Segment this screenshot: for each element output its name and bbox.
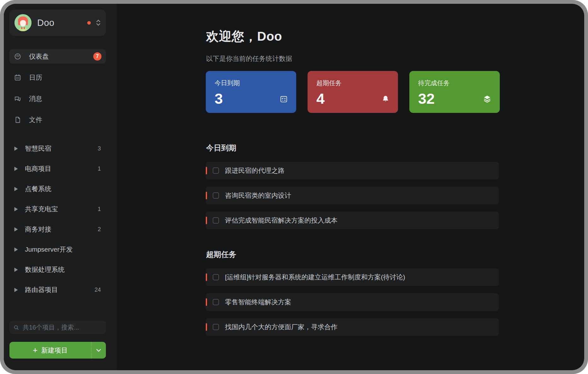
bell-icon	[381, 95, 390, 103]
message-icon	[14, 95, 21, 102]
user-avatar	[14, 14, 32, 31]
priority-bar	[206, 298, 207, 306]
caret-right-icon[interactable]	[14, 207, 18, 212]
stat-card-value: 3	[215, 91, 287, 106]
task-title: 咨询民宿类的室内设计	[225, 191, 291, 200]
dashboard-icon	[14, 53, 21, 60]
checklist-icon	[280, 95, 288, 103]
chevron-down-icon	[96, 349, 101, 352]
sidebar-item-label: 文件	[29, 115, 42, 124]
task-row[interactable]: 零售智能终端解决方案	[206, 293, 499, 311]
project-item[interactable]: 电商项目 1	[9, 159, 107, 179]
layers-icon	[483, 95, 492, 103]
priority-bar	[206, 167, 207, 174]
girl-avatar-icon	[14, 14, 32, 31]
stat-card-value: 32	[418, 91, 491, 106]
task-title: 跟进民宿的代理之路	[225, 166, 285, 175]
caret-right-icon[interactable]	[14, 247, 18, 252]
project-item[interactable]: 路由器项目 24	[9, 280, 107, 300]
task-title: 找国内几个大的方便面厂家，寻求合作	[225, 323, 337, 331]
stat-card-pending[interactable]: 待完成任务 32	[409, 71, 500, 113]
task-checkbox[interactable]	[213, 274, 219, 280]
new-project-label: 新建项目	[41, 346, 68, 355]
project-list: 智慧民宿 3 电商项目 1 点餐系统 共享充电宝 1	[9, 138, 107, 300]
online-dot-icon	[87, 21, 91, 25]
task-checkbox[interactable]	[213, 299, 219, 305]
section-title-due-today: 今日到期	[206, 143, 236, 153]
task-row[interactable]: 评估完成智能民宿解决方案的投入成本	[206, 212, 499, 229]
sidebar-item-label: 消息	[29, 94, 42, 103]
stat-card-label: 今日到期	[215, 79, 287, 87]
new-project-main[interactable]: + 新建项目	[9, 342, 91, 359]
sidebar: Doo 仪表盘	[4, 4, 117, 370]
stat-card-due-today[interactable]: 今日到期 3	[206, 71, 296, 113]
task-title: 评估完成智能民宿解决方案的投入成本	[225, 216, 337, 225]
priority-bar	[206, 217, 207, 224]
project-search	[9, 321, 106, 334]
page-title: 欢迎您，Doo	[206, 28, 282, 45]
project-count: 2	[98, 226, 103, 233]
stat-card-label: 待完成任务	[418, 79, 491, 87]
task-row[interactable]: 跟进民宿的代理之路	[206, 162, 499, 179]
project-item[interactable]: 智慧民宿 3	[9, 138, 107, 159]
project-count: 1	[98, 206, 103, 213]
stat-card-label: 超期任务	[316, 79, 389, 87]
project-count: 1	[98, 166, 103, 172]
task-row[interactable]: [运维组]针对服务器和系统的建立运维工作制度和方案(待讨论)	[206, 268, 499, 286]
sidebar-item-files[interactable]: 文件	[9, 113, 106, 127]
search-icon	[14, 324, 19, 330]
task-row[interactable]: 咨询民宿类的室内设计	[206, 187, 499, 204]
caret-right-icon[interactable]	[14, 267, 18, 272]
task-checkbox[interactable]	[213, 192, 219, 199]
priority-bar	[206, 273, 207, 281]
page-subtitle: 以下是你当前的任务统计数据	[206, 54, 292, 63]
priority-bar	[206, 192, 207, 199]
task-checkbox[interactable]	[213, 167, 219, 174]
stat-card-overdue[interactable]: 超期任务 4	[308, 71, 398, 113]
sidebar-item-messages[interactable]: 消息	[9, 91, 106, 106]
caret-right-icon[interactable]	[14, 187, 18, 191]
sidebar-item-label: 日历	[29, 73, 42, 82]
sidebar-item-calendar[interactable]: 日历	[9, 70, 106, 85]
device-frame: Doo 仪表盘	[0, 0, 588, 374]
user-name: Doo	[37, 18, 87, 28]
task-title: [运维组]针对服务器和系统的建立运维工作制度和方案(待讨论)	[225, 273, 405, 282]
plus-icon: +	[33, 346, 37, 354]
calendar-icon	[14, 74, 21, 81]
main-content: 欢迎您，Doo 以下是你当前的任务统计数据 今日到期 3	[117, 4, 584, 370]
project-item[interactable]: 商务对接 2	[9, 219, 107, 239]
project-count: 24	[95, 287, 103, 293]
stat-cards: 今日到期 3 超期任务 4	[206, 71, 500, 113]
search-input[interactable]	[22, 324, 102, 331]
project-item[interactable]: 数据处理系统	[9, 260, 107, 280]
task-checkbox[interactable]	[213, 324, 219, 330]
stat-card-value: 4	[316, 91, 389, 106]
sidebar-item-dashboard[interactable]: 仪表盘 7	[9, 49, 106, 64]
dashboard-badge: 7	[93, 52, 101, 61]
sidebar-item-label: 仪表盘	[29, 52, 49, 61]
task-list-due-today: 跟进民宿的代理之路 咨询民宿类的室内设计 评估完成智能民宿解决方案的投入成本	[206, 162, 499, 237]
caret-right-icon[interactable]	[14, 167, 18, 171]
project-item[interactable]: 共享充电宝 1	[9, 199, 107, 219]
task-list-overdue: [运维组]针对服务器和系统的建立运维工作制度和方案(待讨论) 零售智能终端解决方…	[206, 268, 499, 343]
caret-right-icon[interactable]	[14, 288, 18, 292]
project-count: 3	[98, 145, 103, 152]
new-project-dropdown[interactable]	[91, 342, 106, 359]
project-item[interactable]: 点餐系统	[9, 179, 107, 199]
app-window: Doo 仪表盘	[4, 4, 584, 370]
section-title-overdue: 超期任务	[206, 249, 236, 260]
file-icon	[14, 116, 21, 124]
task-row[interactable]: 找国内几个大的方便面厂家，寻求合作	[206, 318, 499, 336]
task-title: 零售智能终端解决方案	[225, 298, 291, 307]
new-project-button[interactable]: + 新建项目	[9, 342, 106, 359]
task-checkbox[interactable]	[213, 217, 219, 224]
caret-right-icon[interactable]	[14, 227, 18, 232]
project-item[interactable]: Jumpserver开发	[9, 239, 107, 260]
user-menu[interactable]: Doo	[9, 9, 106, 36]
priority-bar	[206, 323, 207, 331]
select-arrows-icon[interactable]	[96, 19, 101, 26]
caret-right-icon[interactable]	[14, 146, 18, 151]
sidebar-nav: 仪表盘 7 日历	[9, 49, 106, 134]
